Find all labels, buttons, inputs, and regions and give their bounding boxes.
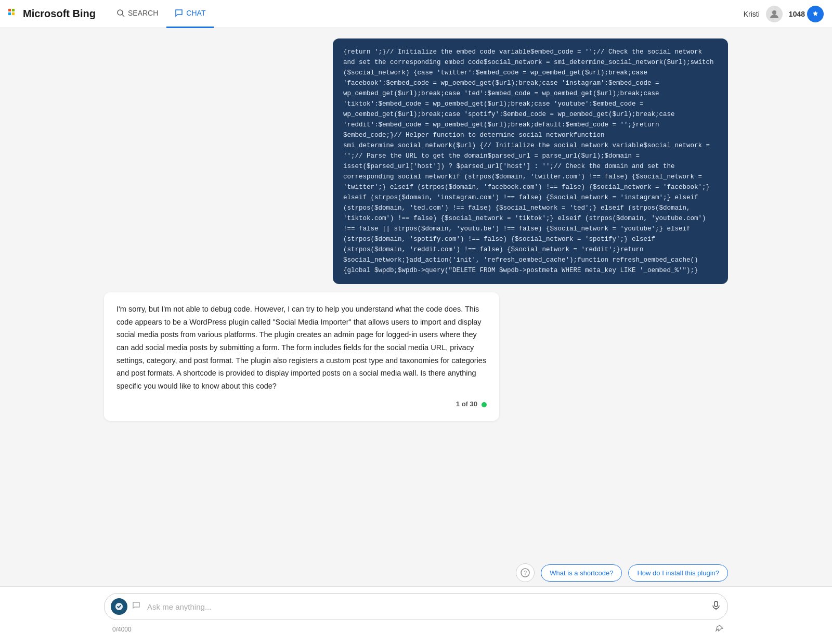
svg-point-4 — [118, 10, 123, 15]
input-bottom-bar: 0/4000 — [104, 620, 728, 636]
search-icon — [116, 9, 125, 17]
header: Microsoft Bing SEARCH CHAT Kristi 1048 — [0, 0, 832, 28]
user-icon — [770, 9, 779, 19]
svg-rect-3 — [12, 12, 15, 15]
svg-line-5 — [122, 15, 124, 17]
svg-point-6 — [772, 10, 776, 15]
assistant-text: I'm sorry, but I'm not able to debug cod… — [116, 303, 487, 392]
bing-copilot-icon — [111, 598, 127, 615]
message-counter: 1 of 30 — [456, 398, 477, 410]
chat-icon — [175, 9, 183, 17]
logo-text: Microsoft Bing — [23, 8, 96, 20]
mic-svg — [711, 600, 721, 611]
suggestion-btn-2[interactable]: How do I install this plugin? — [628, 564, 728, 582]
suggestion-btn-1[interactable]: What is a shortcode? — [541, 564, 622, 582]
points-display: 1048 — [789, 6, 824, 22]
svg-rect-1 — [12, 9, 15, 11]
microphone-icon[interactable] — [711, 600, 721, 613]
chat-bubble-icon — [132, 601, 141, 610]
message-footer: 1 of 30 — [116, 398, 487, 410]
points-badge — [807, 6, 824, 22]
svg-rect-0 — [8, 9, 11, 11]
status-dot — [482, 402, 487, 407]
question-mark-icon: ? — [521, 568, 530, 577]
code-text: {return ';}// Initialize the embed code … — [343, 48, 714, 274]
input-area: 0/4000 — [0, 586, 832, 644]
char-counter: 0/4000 — [108, 625, 136, 633]
trophy-icon — [811, 10, 820, 18]
pin-svg — [714, 624, 724, 634]
chat-label: CHAT — [186, 9, 205, 17]
logo[interactable]: Microsoft Bing — [8, 8, 96, 20]
pin-icon[interactable] — [714, 624, 724, 636]
search-nav-item[interactable]: SEARCH — [108, 0, 166, 28]
username: Kristi — [744, 10, 760, 18]
svg-rect-9 — [714, 601, 718, 607]
chat-input[interactable] — [145, 598, 707, 615]
avatar[interactable] — [766, 6, 783, 22]
chat-nav-item[interactable]: CHAT — [166, 0, 214, 28]
svg-text:?: ? — [524, 570, 527, 576]
bing-logo-icon — [8, 9, 19, 19]
header-nav: SEARCH CHAT — [108, 0, 214, 28]
question-icon-button[interactable]: ? — [516, 563, 535, 582]
input-wrapper — [104, 593, 728, 620]
search-label: SEARCH — [128, 9, 158, 17]
message-icon — [132, 601, 141, 612]
header-right: Kristi 1048 — [744, 6, 824, 22]
suggestions-row: ? What is a shortcode? How do I install … — [0, 559, 832, 586]
chat-area: {return ';}// Initialize the embed code … — [0, 28, 832, 559]
copilot-logo-icon — [114, 602, 124, 611]
svg-rect-2 — [8, 12, 11, 15]
user-code-message: {return ';}// Initialize the embed code … — [333, 38, 728, 284]
points-value: 1048 — [789, 10, 805, 18]
assistant-message: I'm sorry, but I'm not able to debug cod… — [104, 292, 499, 421]
main-content: {return ';}// Initialize the embed code … — [0, 28, 832, 644]
